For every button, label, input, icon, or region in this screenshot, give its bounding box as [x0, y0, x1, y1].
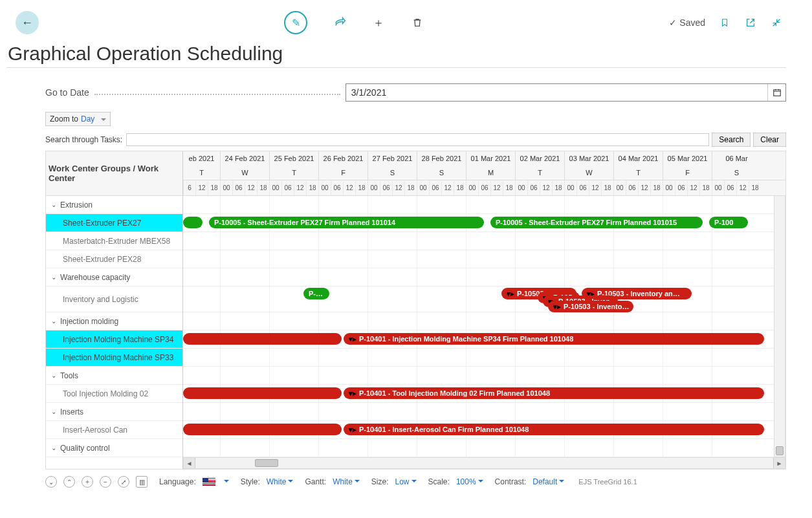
tree-item[interactable]: Masterbatch-Extruder MBEX58: [46, 232, 182, 250]
timeline-hour: 12: [589, 180, 601, 195]
timeline-hour: 12: [540, 180, 552, 195]
columns-icon[interactable]: ▥: [136, 476, 148, 488]
tree-label: Inventory and Logistic: [63, 295, 138, 304]
goto-date-input[interactable]: [346, 84, 767, 101]
collapse-all-icon[interactable]: ⌃: [63, 476, 75, 488]
clear-button[interactable]: Clear: [753, 133, 786, 147]
horizontal-scrollbar[interactable]: ◄ ►: [183, 457, 785, 469]
tree-item[interactable]: Tool Injection Molding 02: [46, 385, 182, 403]
tree-item[interactable]: Sheet-Extruder PEX28: [46, 250, 182, 268]
tree-label: Sheet-Extruder PEX28: [63, 255, 141, 264]
flag-icon[interactable]: [203, 478, 215, 486]
timeline-hour: 12: [687, 180, 699, 195]
tree-group[interactable]: ⌄Quality control: [46, 439, 182, 457]
timeline-date: 06 Mar: [712, 151, 761, 166]
timeline-hour: 00: [220, 180, 232, 195]
timeline-hour: 06: [527, 180, 540, 195]
tree-item[interactable]: Inventory and Logistic: [46, 286, 182, 312]
timeline-hour: 18: [306, 180, 318, 195]
gantt-select[interactable]: White: [333, 477, 360, 486]
timeline-hour: 06: [380, 180, 392, 195]
gantt-bar[interactable]: P-10005 - Sheet-Extruder PEX27 Firm Plan…: [209, 217, 484, 228]
gantt-bar[interactable]: ▾▸P-10401 - Insert-Aerosol Can Firm Plan…: [344, 424, 764, 435]
timeline-hour: 06: [724, 180, 736, 195]
gantt-bar[interactable]: P-100: [709, 217, 748, 228]
gantt-bar[interactable]: [183, 217, 203, 228]
scale-select[interactable]: 100%: [456, 477, 483, 486]
zoom-select[interactable]: Zoom toDay: [45, 112, 111, 126]
scroll-left-icon[interactable]: ◄: [184, 458, 195, 468]
tree-group[interactable]: ⌄Inserts: [46, 403, 182, 421]
zoom-out-icon[interactable]: −: [100, 476, 111, 488]
tree-group[interactable]: ⌄Extrusion: [46, 196, 182, 214]
gantt-bar[interactable]: P-…: [303, 288, 329, 299]
size-select[interactable]: Low: [395, 477, 417, 486]
timeline-hour: 06: [576, 180, 589, 195]
zoom-in-icon[interactable]: ＋: [82, 476, 93, 488]
tree-label: Quality control: [60, 444, 110, 453]
tree-label: Injection Molding Machine SP34: [63, 335, 173, 344]
tree-label: Insert-Aerosol Can: [63, 426, 127, 435]
tree-group[interactable]: ⌄Injection molding: [46, 312, 182, 330]
timeline-hour: 18: [355, 180, 368, 195]
timeline-hour: 18: [749, 180, 761, 195]
tree-item[interactable]: Injection Molding Machine SP33: [46, 349, 182, 367]
tree-item[interactable]: Injection Molding Machine SP34: [46, 330, 182, 349]
gantt-bar[interactable]: [183, 333, 342, 345]
timeline-hour: 00: [466, 180, 478, 195]
gantt-bar[interactable]: [183, 387, 342, 399]
timeline-hour: 18: [699, 180, 712, 195]
timeline-hour: 06: [232, 180, 245, 195]
collapse-icon[interactable]: [770, 16, 783, 29]
search-button[interactable]: Search: [712, 133, 751, 147]
timeline-hour: 00: [368, 180, 380, 195]
timeline-dow: S: [712, 166, 761, 180]
timeline-date: 02 Mar 2021: [515, 151, 564, 166]
timeline-date: 03 Mar 2021: [564, 151, 613, 166]
calendar-icon[interactable]: [767, 84, 785, 101]
bookmark-icon[interactable]: [718, 16, 731, 29]
tree-item[interactable]: Insert-Aerosol Can: [46, 421, 182, 439]
timeline-hour: 18: [257, 180, 269, 195]
gantt-bar[interactable]: ▾▸P-10401 - Tool Injection Molding 02 Fi…: [344, 387, 764, 399]
timeline-hour: 06: [331, 180, 343, 195]
tree-label: Masterbatch-Extruder MBEX58: [63, 237, 170, 246]
gantt-label: Gantt:: [305, 477, 326, 486]
treegrid-version: EJS TreeGrid 16.1: [578, 478, 637, 486]
timeline-hour: 18: [552, 180, 564, 195]
tree-item[interactable]: Sheet-Extruder PEX27: [46, 214, 182, 232]
share-icon[interactable]: [333, 16, 346, 29]
style-label: Style:: [241, 477, 260, 486]
search-input[interactable]: [126, 133, 709, 146]
timeline-date: 04 Mar 2021: [613, 151, 663, 166]
style-select[interactable]: White: [267, 477, 294, 486]
expand-all-icon[interactable]: ⌄: [45, 476, 57, 488]
tree-group[interactable]: ⌄Warehouse capacity: [46, 268, 182, 286]
chevron-down-icon: ⌄: [51, 444, 56, 451]
scroll-right-icon[interactable]: ►: [773, 458, 785, 468]
contrast-select[interactable]: Default: [532, 477, 564, 486]
chevron-down-icon: ⌄: [51, 201, 56, 208]
timeline-dow: T: [613, 166, 663, 180]
gantt-bar[interactable]: [183, 424, 342, 435]
gantt-bar[interactable]: P-10005 - Sheet-Extruder PEX27 Firm Plan…: [490, 217, 703, 228]
timeline-dow: T: [183, 166, 220, 180]
timeline-hour: 12: [736, 180, 749, 195]
chevron-down-icon: ⌄: [51, 408, 56, 415]
tree-label: Injection molding: [60, 317, 118, 326]
popout-icon[interactable]: [744, 16, 757, 29]
scroll-thumb[interactable]: [255, 459, 278, 467]
timeline-hour: 00: [712, 180, 724, 195]
vertical-scrollbar[interactable]: [774, 195, 785, 457]
gantt-bar[interactable]: ▾▸P-10503 - Invento…: [548, 301, 633, 312]
delete-icon[interactable]: [411, 16, 424, 29]
tree-group[interactable]: ⌄Tools: [46, 367, 182, 385]
size-label: Size:: [371, 477, 389, 486]
gantt-bar[interactable]: ▾▸P-10401 - Injection Molding Machine SP…: [344, 333, 764, 345]
add-icon[interactable]: ＋: [372, 16, 385, 29]
edit-button[interactable]: ✎: [284, 11, 307, 34]
zoom-fit-icon[interactable]: ⤢: [118, 476, 129, 488]
timeline-dow: W: [220, 166, 269, 180]
scroll-thumb[interactable]: [776, 446, 784, 455]
back-button[interactable]: ←: [16, 11, 39, 34]
